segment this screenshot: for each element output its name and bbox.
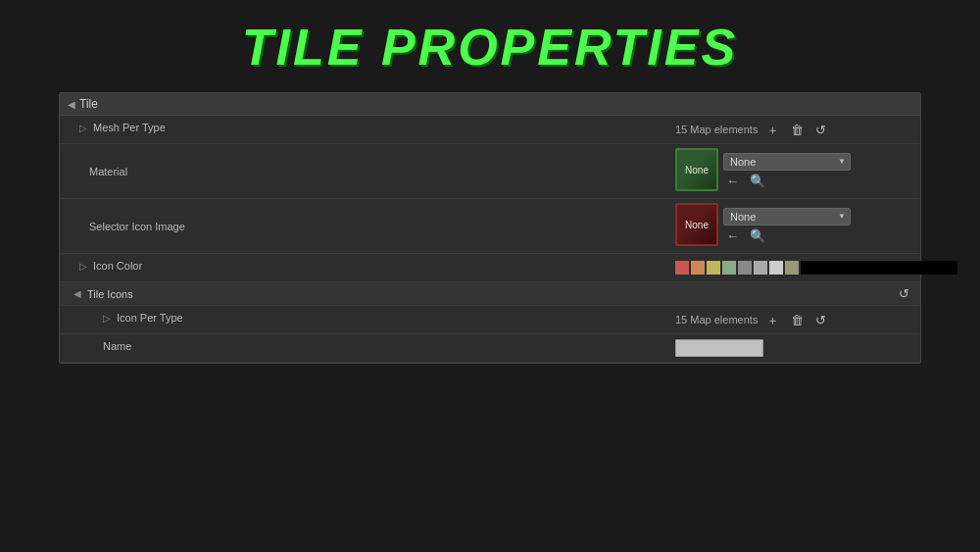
color-swatch-strip [675,261,957,275]
icon-color-label: ▷ Icon Color [60,254,667,277]
icon-per-type-row: ▷ Icon Per Type 15 Map elements ＋ 🗑 ↺ [60,306,920,334]
selector-icon-search-button[interactable]: 🔍 [747,228,768,243]
name-input[interactable] [675,339,763,357]
selector-icon-back-button[interactable]: ← [723,228,742,243]
selector-icon-dropdown[interactable]: None [723,208,851,226]
icon-per-type-reset-button[interactable]: ↺ [812,313,829,327]
tile-collapse-arrow[interactable]: ◀ [68,99,75,110]
color-swatch-light[interactable] [769,261,783,275]
color-swatch-red[interactable] [675,261,689,275]
selector-icon-action-row: ← 🔍 [723,228,851,243]
mesh-add-button[interactable]: ＋ [763,123,782,137]
color-swatch-lightgreen[interactable] [722,261,736,275]
selector-icon-value: None None ← 🔍 [667,199,920,250]
tile-section-header: ◀ Tile [60,93,920,116]
name-row: Name [60,334,920,363]
mesh-per-type-arrow[interactable]: ▷ [79,123,87,133]
material-controls: None ← 🔍 [723,152,851,188]
material-swatch[interactable]: None [675,148,718,191]
mesh-delete-button[interactable]: 🗑 [788,123,807,137]
icon-per-type-delete-button[interactable]: 🗑 [788,313,807,327]
selector-icon-dropdown-wrapper: None [723,207,851,226]
material-top-row: None None ← 🔍 [675,148,851,191]
material-value: None None ← 🔍 [667,144,920,195]
selector-icon-row: Selector Icon Image None None [60,199,920,254]
mesh-map-elements: 15 Map elements [675,124,758,135]
tile-icons-reset-button[interactable]: ↺ [896,286,912,301]
color-swatch-black[interactable] [801,261,957,275]
selector-icon-top-row: None None ← 🔍 [675,203,851,246]
tile-icons-value: ↺ [896,286,912,301]
page-title: TILE PROPERTIES [242,19,738,75]
icon-color-arrow[interactable]: ▷ [79,261,87,272]
name-label: Name [60,334,667,358]
mesh-per-type-value: 15 Map elements ＋ 🗑 ↺ [667,116,920,143]
page-header: TILE PROPERTIES [0,0,980,92]
selector-icon-dropdown-row: None [723,207,851,226]
material-action-row: ← 🔍 [723,174,851,188]
color-swatch-yellow[interactable] [707,261,720,275]
color-swatch-gray2[interactable] [754,261,767,275]
material-row: Material None None ← [60,144,920,199]
mesh-per-type-row: ▷ Mesh Per Type 15 Map elements ＋ 🗑 ↺ [60,116,920,144]
selector-icon-controls: None ← 🔍 [723,207,851,243]
color-swatch-orange[interactable] [691,261,705,275]
icon-color-value [667,254,965,281]
name-value [667,334,920,362]
selector-icon-swatch[interactable]: None [675,203,718,246]
color-swatch-tan[interactable] [785,261,799,275]
tile-icons-collapse-arrow[interactable]: ◀ [74,288,81,299]
icon-per-type-arrow[interactable]: ▷ [103,313,111,324]
mesh-reset-button[interactable]: ↺ [812,123,829,137]
color-swatch-gray1[interactable] [738,261,752,275]
material-swatch-label: None [685,165,709,176]
material-back-button[interactable]: ← [723,174,742,188]
material-search-button[interactable]: 🔍 [747,174,768,188]
properties-panel: ◀ Tile ▷ Mesh Per Type 15 Map elements ＋… [59,92,921,364]
material-label: Material [60,160,667,183]
tile-icons-subsection: ◀ Tile Icons ↺ [60,282,920,306]
tile-icons-label: Tile Icons [87,288,133,300]
icon-per-type-value: 15 Map elements ＋ 🗑 ↺ [667,306,920,333]
mesh-per-type-label: ▷ Mesh Per Type [60,116,667,139]
icon-per-type-map-elements: 15 Map elements [675,314,758,326]
selector-icon-label: Selector Icon Image [60,215,667,238]
material-dropdown-row: None [723,152,851,171]
icon-per-type-add-button[interactable]: ＋ [763,313,782,327]
icon-color-row: ▷ Icon Color [60,254,920,282]
material-dropdown[interactable]: None [723,153,851,171]
icon-per-type-label: ▷ Icon Per Type [60,306,667,329]
tile-section-label: Tile [79,97,98,111]
material-dropdown-wrapper: None [723,152,851,171]
selector-swatch-label: None [685,220,709,230]
